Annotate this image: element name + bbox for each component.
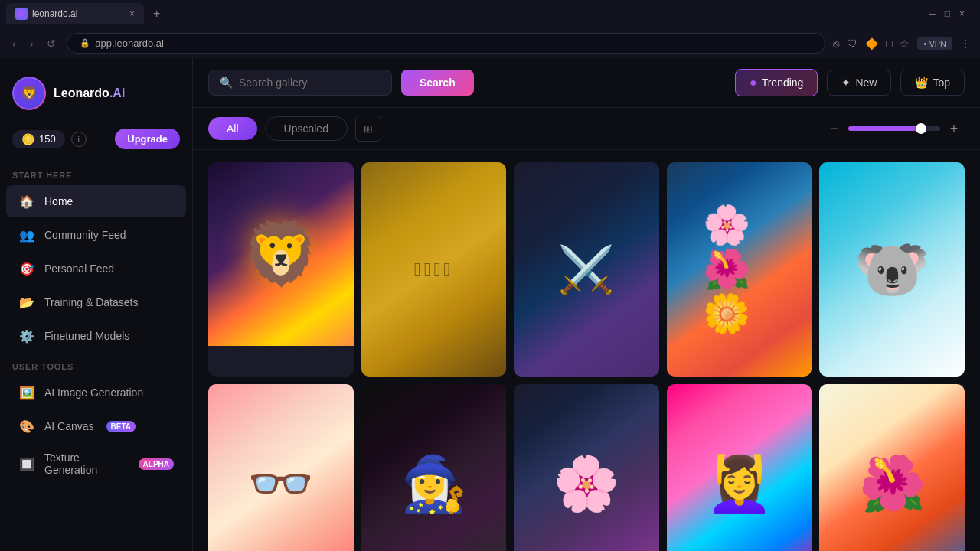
remix-button-5[interactable]: ✦ [903, 170, 928, 194]
expand-button-4[interactable]: ⤢ [779, 170, 804, 194]
slash-button-6[interactable]: ⊘ [292, 392, 317, 416]
expand-button-3[interactable]: ⤢ [627, 170, 652, 194]
sidebar-item-ai-canvas[interactable]: 🎨 AI Canvas BETA [6, 410, 186, 442]
remix-button-8[interactable]: ✦ [569, 392, 593, 416]
share-icon[interactable]: ⎋ [833, 37, 839, 50]
sidebar-item-finetuned-label: Finetuned Models [44, 330, 129, 342]
slash-button-9[interactable]: ⊘ [779, 392, 804, 416]
gallery-item-2[interactable]: ✦ ⊘ ⤢ [361, 162, 507, 377]
personal-icon: 🎯 [18, 260, 35, 277]
upscaled-filter-button[interactable]: Upscaled [265, 116, 348, 141]
sidebar-item-texture[interactable]: 🔲 Texture Generation ALPHA [6, 444, 186, 484]
sidebar-item-training[interactable]: 📂 Training & Datasets [6, 286, 186, 318]
remix-button-6[interactable]: ✦ [263, 392, 288, 416]
zoom-in-button[interactable]: + [943, 118, 965, 139]
training-icon: 📂 [18, 294, 35, 311]
user-tools-label: User Tools [0, 353, 192, 376]
top-icon: 👑 [915, 77, 928, 89]
browser-actions: ⎋ 🛡 🔶 □ ☆ • VPN ⋮ [833, 37, 971, 50]
expand-button-1[interactable]: ⤢ [322, 170, 346, 194]
all-filter-button[interactable]: All [208, 117, 257, 140]
reload-button[interactable]: ↺ [44, 34, 59, 53]
slash-button-8[interactable]: ⊘ [598, 392, 622, 416]
maximize-icon[interactable]: □ [945, 8, 950, 19]
logo-avatar: 🦁 [12, 77, 46, 110]
sidebar-item-ai-image[interactable]: 🖼️ AI Image Generation [6, 377, 186, 409]
menu-icon[interactable]: ⋮ [960, 37, 971, 50]
gallery-item-7[interactable]: ⊘ ⤢ [361, 384, 507, 551]
slash-button-3[interactable]: ⊘ [598, 170, 622, 194]
sidebar-item-texture-label: Texture Generation [44, 452, 126, 476]
remix-button-3[interactable]: ✦ [569, 170, 593, 194]
new-tab-button[interactable]: + [147, 4, 166, 24]
trending-button[interactable]: ● Trending [735, 69, 818, 96]
slash-button-2[interactable]: ⊘ [445, 170, 469, 194]
expand-button-2[interactable]: ⤢ [474, 170, 498, 194]
address-input[interactable]: 🔒 app.leonardo.ai [67, 33, 825, 54]
trending-label: Trending [762, 77, 804, 89]
sidebar-item-home[interactable]: 🏠 Home [6, 185, 186, 217]
gallery-item-8[interactable]: ✦ ⊘ ⤢ [514, 384, 659, 551]
remix-button-2[interactable]: ✦ [416, 170, 440, 194]
gallery: ✦ ⤢ ✦ ⊘ ⤢ ✦ ⊘ [193, 150, 980, 551]
bookmark-icon[interactable]: ☆ [900, 37, 910, 50]
expand-button-8[interactable]: ⤢ [627, 392, 652, 416]
sidebar-item-personal-feed[interactable]: 🎯 Personal Feed [6, 253, 186, 285]
remix-button-1[interactable]: ✦ [292, 170, 317, 194]
new-button[interactable]: ✦ New [827, 70, 891, 96]
beta-badge: BETA [106, 421, 136, 432]
slash-button-5[interactable]: ⊘ [933, 170, 957, 194]
gallery-grid: ✦ ⤢ ✦ ⊘ ⤢ ✦ ⊘ [208, 162, 965, 551]
url-text: app.leonardo.ai [95, 37, 164, 49]
extensions-icon[interactable]: 🔶 [865, 37, 878, 50]
zoom-out-button[interactable]: − [824, 118, 845, 139]
search-input[interactable] [239, 77, 361, 89]
ai-image-icon: 🖼️ [18, 384, 35, 401]
sidebar-item-personal-label: Personal Feed [44, 262, 114, 275]
gallery-item-5[interactable]: ✦ ⊘ [819, 162, 965, 377]
shield-icon[interactable]: 🛡 [847, 37, 858, 50]
top-button[interactable]: 👑 Top [900, 70, 965, 96]
minimize-icon[interactable]: ─ [929, 8, 936, 19]
active-tab[interactable]: leonardo.ai × [6, 3, 144, 24]
profile-icon[interactable]: □ [886, 37, 892, 50]
gallery-item-1[interactable]: ✦ ⤢ [208, 162, 354, 377]
grid-view-button[interactable]: ⊞ [355, 116, 381, 142]
sidebar-item-finetuned[interactable]: ⚙️ Finetuned Models [6, 320, 186, 352]
trending-dot-icon: ● [750, 76, 757, 90]
sidebar-item-ai-canvas-label: AI Canvas [44, 420, 94, 432]
tab-close-btn[interactable]: × [129, 8, 135, 19]
slash-button-4[interactable]: ⊘ [750, 170, 775, 194]
forward-button[interactable]: › [27, 34, 37, 53]
credits-icon: 🪙 [21, 133, 34, 145]
credits-row: 🪙 150 i Upgrade [0, 122, 192, 155]
gallery-item-6[interactable]: ✦ ⊘ ⤢ [208, 384, 354, 551]
info-button[interactable]: i [71, 132, 87, 147]
credits-count: 150 [39, 133, 56, 145]
sidebar: 🦁 Leonardo.Ai 🪙 150 i Upgrade Start Here… [0, 58, 193, 551]
top-bar: 🔍 Search ● Trending ✦ New 👑 Top [193, 58, 980, 108]
zoom-slider[interactable] [848, 126, 940, 131]
gallery-item-9[interactable]: ✦ ⊘ [667, 384, 812, 551]
top-label: Top [933, 77, 950, 89]
close-icon[interactable]: × [959, 8, 965, 19]
tab-favicon [15, 8, 28, 20]
gallery-item-4[interactable]: ✦ ⊘ ⤢ [667, 162, 812, 377]
logo-text: Leonardo.Ai [54, 86, 125, 100]
slash-button-7[interactable]: ⊘ [445, 392, 469, 416]
expand-button-6[interactable]: ⤢ [322, 392, 346, 416]
search-button[interactable]: Search [401, 70, 474, 96]
gallery-item-3[interactable]: ✦ ⊘ ⤢ [514, 162, 659, 377]
remix-button-4[interactable]: ✦ [721, 170, 746, 194]
expand-button-10[interactable]: ⤢ [933, 392, 957, 416]
back-button[interactable]: ‹ [9, 34, 19, 53]
avatar-inner: 🦁 [14, 78, 44, 109]
remix-button-9[interactable]: ✦ [750, 392, 775, 416]
ai-canvas-icon: 🎨 [18, 418, 35, 435]
search-icon: 🔍 [220, 77, 233, 89]
sidebar-item-community-feed[interactable]: 👥 Community Feed [6, 219, 186, 251]
filter-row: All Upscaled ⊞ − + [193, 108, 980, 150]
expand-button-7[interactable]: ⤢ [474, 392, 498, 416]
upgrade-button[interactable]: Upgrade [115, 129, 180, 149]
gallery-item-10[interactable]: ⤢ [819, 384, 965, 551]
